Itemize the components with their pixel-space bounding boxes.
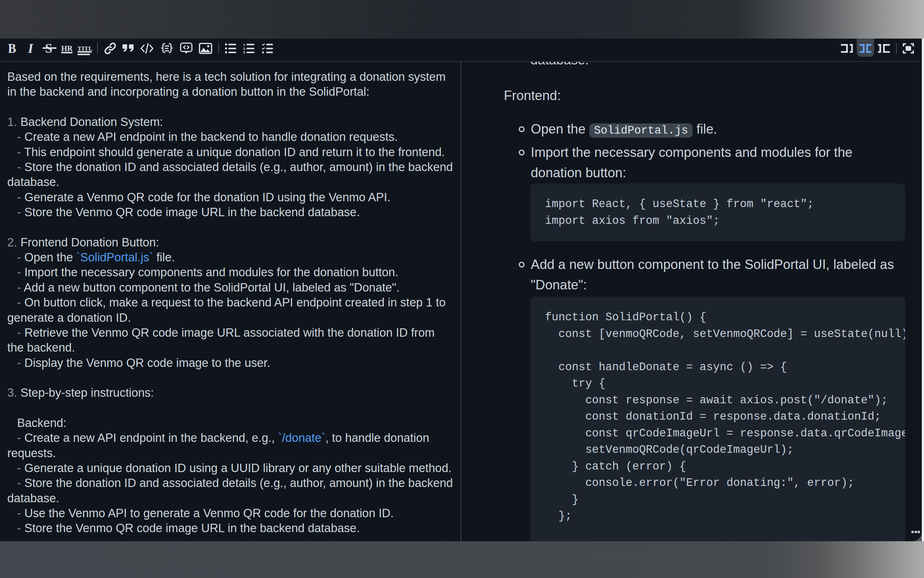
svg-text:2: 2 [243,47,245,50]
svg-text:1: 1 [243,43,246,47]
svg-text:3: 3 [243,50,245,54]
